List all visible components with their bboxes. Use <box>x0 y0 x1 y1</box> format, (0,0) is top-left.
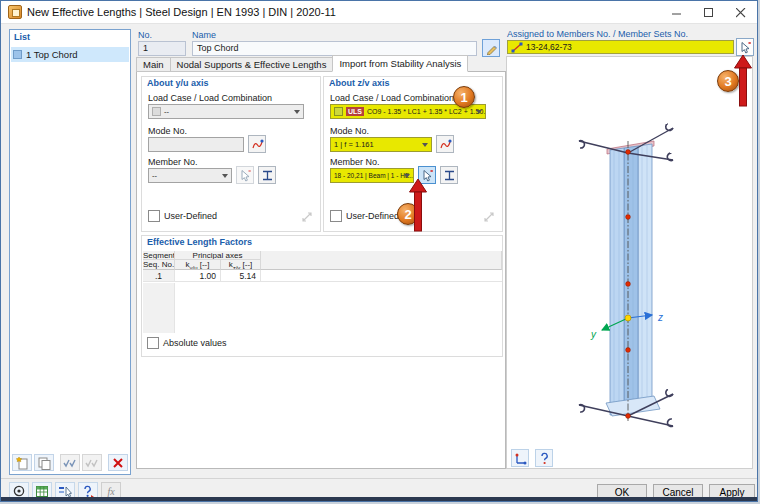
zv-mode-value: 1 | f = 1.161 <box>334 140 374 149</box>
question-mark-icon <box>538 452 551 465</box>
no-label: No. <box>138 30 152 40</box>
yu-user-defined-checkbox[interactable] <box>148 210 160 222</box>
zv-load-case-value: CO9 - 1.35 * LC1 + 1.35 * LC2 + 1.50... <box>367 108 486 115</box>
assigned-members-field[interactable]: 13-24,62-73 <box>507 40 734 54</box>
yu-load-case-combo[interactable]: -- <box>148 104 304 119</box>
copy-item-button[interactable] <box>34 454 54 471</box>
zv-user-defined-label: User-Defined <box>346 211 399 221</box>
zv-member-label: Member No. <box>330 157 380 167</box>
copy-icon <box>37 456 51 470</box>
list-item-top-chord[interactable]: 1 Top Chord <box>11 47 129 62</box>
viewer-settings-button[interactable] <box>511 449 529 467</box>
tab-import-stability[interactable]: Import from Stability Analysis <box>332 55 468 72</box>
yu-member-value: -- <box>152 171 157 180</box>
absolute-values-label: Absolute values <box>163 338 227 348</box>
list-item-label: 1 Top Chord <box>26 49 78 60</box>
no-field[interactable]: 1 <box>138 41 186 56</box>
list-item-swatch <box>13 50 22 59</box>
uls-badge: ULS <box>346 107 364 116</box>
zv-member-view-button[interactable] <box>440 166 458 184</box>
zv-mode-view-button[interactable] <box>436 135 454 153</box>
col-segment-line2: Seq. No. <box>143 260 175 270</box>
about-yu-group: About y/u axis Load Case / Load Combinat… <box>141 76 321 232</box>
yu-member-view-button[interactable] <box>258 166 276 184</box>
yu-mode-field[interactable] <box>148 137 244 152</box>
select-all-button[interactable] <box>60 454 80 471</box>
member-beam-icon <box>261 169 274 182</box>
minimize-button[interactable] <box>661 1 693 24</box>
double-check-icon <box>63 458 77 468</box>
close-icon <box>736 8 746 18</box>
about-yu-title: About y/u axis <box>147 78 209 88</box>
app-icon <box>8 5 22 19</box>
window-bottom-edge <box>1 497 757 501</box>
yu-mode-view-button[interactable] <box>248 135 266 153</box>
member-viewer-panel[interactable]: y z <box>506 56 753 469</box>
close-button[interactable] <box>725 1 757 24</box>
resize-factors-icon[interactable] <box>300 210 314 224</box>
effective-length-factors-group: Effective Length Factors Segment Princip… <box>141 235 503 357</box>
tab-nodal-supports[interactable]: Nodal Supports & Effective Lengths <box>170 57 334 72</box>
rename-button[interactable] <box>482 39 500 57</box>
col-segment-line1: Segment <box>143 251 175 260</box>
name-field[interactable]: Top Chord <box>192 41 477 56</box>
select-list-icon <box>58 485 72 498</box>
yu-member-combo[interactable]: -- <box>148 168 232 183</box>
cell-filler <box>261 270 502 282</box>
yu-member-label: Member No. <box>148 157 198 167</box>
list-header: List <box>14 32 30 42</box>
col-filler <box>261 260 502 270</box>
member-beam-icon <box>443 169 456 182</box>
absolute-values-checkbox[interactable] <box>147 337 159 349</box>
col-principal-axes: Principal axes <box>175 251 261 260</box>
ibeam-column <box>606 144 660 416</box>
maximize-icon <box>704 8 714 18</box>
factors-table: Segment Principal axes Seq. No. ky/u [--… <box>143 251 502 282</box>
red-arrow-up-assigned <box>731 55 755 107</box>
chevron-down-icon <box>476 110 482 114</box>
member-3d-view: y z <box>507 57 752 468</box>
target-icon <box>12 484 26 498</box>
ky-unit: [--] <box>200 260 210 269</box>
cell-kz[interactable]: 5.14 <box>221 270 261 282</box>
kz-unit: [--] <box>243 260 253 269</box>
chevron-down-icon <box>222 174 228 178</box>
new-sheet-icon <box>15 456 29 470</box>
resize-factors-icon[interactable] <box>482 210 496 224</box>
zv-mode-combo[interactable]: 1 | f = 1.161 <box>330 137 432 152</box>
list-panel: List 1 Top Chord <box>9 29 131 475</box>
mode-shape-icon <box>439 138 452 151</box>
assigned-members-value: 13-24,62-73 <box>526 42 572 52</box>
yu-load-case-label: Load Case / Load Combination <box>148 93 272 103</box>
assigned-label: Assigned to Members No. / Member Sets No… <box>507 29 688 39</box>
new-item-button[interactable] <box>12 454 32 471</box>
tab-main[interactable]: Main <box>136 57 171 72</box>
delete-item-button[interactable] <box>108 454 128 471</box>
effective-lengths-dialog: New Effective Lengths | Steel Design | E… <box>0 0 758 502</box>
step-1-marker: 1 <box>453 86 475 108</box>
deselect-all-button[interactable] <box>82 454 102 471</box>
delete-x-icon <box>112 457 124 469</box>
member-symbol-icon <box>511 42 523 53</box>
select-cursor-icon <box>239 169 252 182</box>
cell-ky[interactable]: 1.00 <box>175 270 221 282</box>
zv-load-case-swatch <box>334 107 343 116</box>
col-kz-header: kz/v [--] <box>221 260 261 270</box>
axes-reset-icon <box>514 452 527 465</box>
zv-user-defined-checkbox[interactable] <box>330 210 342 222</box>
assigned-select-button[interactable] <box>736 38 754 56</box>
maximize-button[interactable] <box>693 1 725 24</box>
zv-member-combo[interactable]: 18 - 20,21 | Beam | 1 - HE... <box>330 168 414 183</box>
viewer-help-button[interactable] <box>535 449 553 467</box>
select-cursor-icon <box>739 41 752 54</box>
yu-mode-label: Mode No. <box>148 126 187 136</box>
minimize-icon <box>672 8 682 18</box>
col-ky-header: ky/u [--] <box>175 260 221 270</box>
footer-separator <box>1 478 757 479</box>
fx-icon: fx <box>107 486 114 497</box>
axis-y-label: y <box>590 329 597 340</box>
chevron-down-icon <box>422 143 428 147</box>
yu-member-select-button[interactable] <box>236 166 254 184</box>
name-label: Name <box>192 30 216 40</box>
col-filler <box>261 251 502 260</box>
